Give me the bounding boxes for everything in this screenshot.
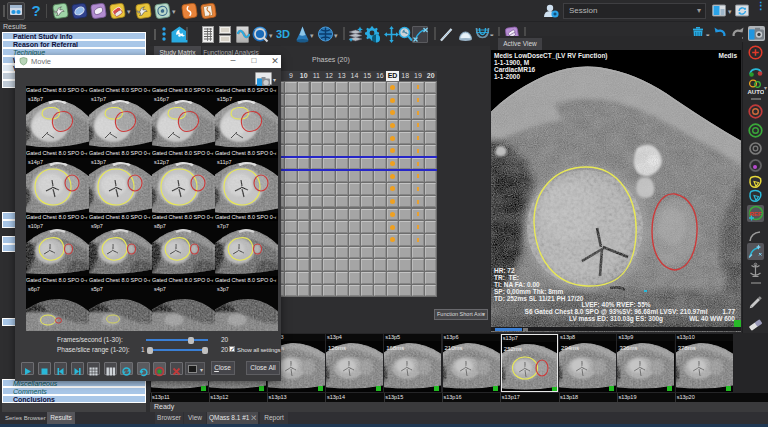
svg-text:AUTO: AUTO	[748, 89, 765, 95]
